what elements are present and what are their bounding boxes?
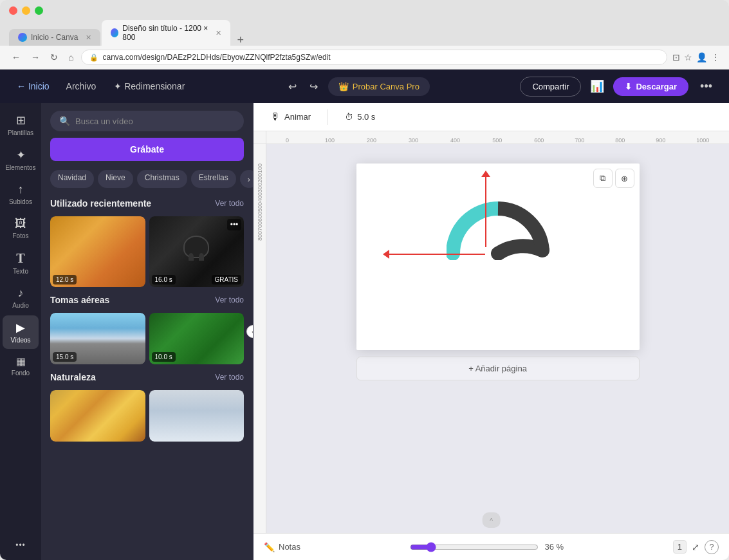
sidebar-item-audio[interactable]: ♪ Audio xyxy=(3,281,39,314)
sidebar-item-plantillas[interactable]: ⊞ Plantillas xyxy=(3,108,39,142)
topbar-right: Compartir 📊 ⬇ Descargar ••• xyxy=(520,75,719,97)
search-input[interactable] xyxy=(75,117,235,126)
tab-label-design: Diseño sin título - 1200 × 800 xyxy=(122,24,208,42)
page-indicator: 1 xyxy=(673,540,687,554)
see-all-nature[interactable]: Ver todo xyxy=(215,373,244,382)
video-duration-leaves: 10.0 s xyxy=(152,352,176,362)
browser-tab-canva-home[interactable]: Inicio - Canva ✕ xyxy=(9,29,100,46)
sidebar-item-texto[interactable]: T Texto xyxy=(3,246,39,280)
tag-chip-christmas[interactable]: Christmas xyxy=(137,170,187,188)
topbar-resize-button[interactable]: ✦ Redimensionar xyxy=(106,77,192,95)
add-canvas-button[interactable]: ⊕ xyxy=(615,169,634,188)
more-options-button[interactable]: ••• xyxy=(694,76,719,97)
ruler-tick-0: 0 xyxy=(286,137,289,144)
video-grid-aerial: 15.0 s 10.0 s xyxy=(41,309,253,368)
record-button[interactable]: Grábate xyxy=(50,138,244,161)
extensions-button[interactable]: ⊡ xyxy=(672,52,680,62)
video-thumb-cat-black[interactable]: ••• 16.0 s GRATIS xyxy=(149,216,245,287)
video-thumb-leaves[interactable]: 10.0 s xyxy=(149,313,245,364)
time-display-button[interactable]: ⏱ 5.0 s xyxy=(338,108,382,126)
share-button[interactable]: Compartir xyxy=(520,77,581,97)
sidebar-item-videos[interactable]: ▶ Vídeos xyxy=(3,315,39,349)
new-tab-button[interactable]: + xyxy=(232,34,249,46)
design-canvas[interactable]: ⧉ ⊕ xyxy=(356,163,640,350)
browser-titlebar: Inicio - Canva ✕ Diseño sin título - 120… xyxy=(0,0,729,46)
sidebar-item-elementos[interactable]: ✦ Elementos xyxy=(3,143,39,176)
download-button[interactable]: ⬇ Descargar xyxy=(613,77,688,96)
arrow-left-container xyxy=(389,254,485,255)
undo-button[interactable]: ↩ xyxy=(283,78,302,95)
home-button[interactable]: ⌂ xyxy=(66,51,76,64)
tab-label-home: Inicio - Canva xyxy=(31,33,78,42)
ruler-left: 100 200 300 400 500 600 700 800 xyxy=(254,144,266,533)
videos-icon: ▶ xyxy=(16,321,25,335)
section-title-aerial: Tomas aéreas xyxy=(50,295,109,305)
sidebar-item-fondo[interactable]: ▦ Fondo xyxy=(3,350,39,382)
topbar-home-button[interactable]: ← Inicio xyxy=(10,77,56,95)
templates-icon: ⊞ xyxy=(16,113,26,127)
tab-close-design[interactable]: ✕ xyxy=(216,29,221,37)
section-title-recent: Utilizado recientemente xyxy=(50,198,151,209)
sidebar-item-fotos[interactable]: 🖼 Fotos xyxy=(3,212,39,245)
browser-tab-design[interactable]: Diseño sin título - 1200 × 800 ✕ xyxy=(102,20,230,46)
video-menu-btn-cat-black[interactable]: ••• xyxy=(227,219,241,230)
lock-icon: 🔒 xyxy=(89,53,98,62)
video-thumb-bridge[interactable]: 15.0 s xyxy=(50,313,145,364)
add-page-button[interactable]: + Añadir página xyxy=(356,357,640,380)
tag-chip-estrellas[interactable]: Estrellas xyxy=(191,170,236,188)
topbar-archive-button[interactable]: Archivo xyxy=(59,77,104,95)
video-thumb-cat-orange[interactable]: 12.0 s xyxy=(50,216,145,287)
video-thumb-autumn[interactable] xyxy=(50,390,145,442)
ruler-tick-500: 500 xyxy=(492,137,502,144)
analytics-button[interactable]: 📊 xyxy=(586,75,608,97)
duplicate-canvas-button[interactable]: ⧉ xyxy=(593,169,613,188)
tag-chip-nieve[interactable]: Nieve xyxy=(98,170,133,188)
fullscreen-button[interactable]: ⤢ xyxy=(692,542,699,552)
ruler-tick-600: 600 xyxy=(534,137,544,144)
help-button[interactable]: ? xyxy=(705,540,719,554)
forward-button[interactable]: → xyxy=(28,51,42,64)
bookmark-button[interactable]: ☆ xyxy=(684,52,692,62)
profile-button[interactable]: 👤 xyxy=(696,52,707,62)
minimize-traffic-light[interactable] xyxy=(22,6,30,15)
topbar-center: ↩ ↪ 👑 Probar Canva Pro xyxy=(195,77,517,96)
see-all-aerial[interactable]: Ver todo xyxy=(215,295,244,304)
ruler-tick-200: 200 xyxy=(367,137,376,144)
ruler-tick-700: 700 xyxy=(575,137,584,144)
pro-trial-button[interactable]: 👑 Probar Canva Pro xyxy=(328,77,430,96)
crown-icon: 👑 xyxy=(338,82,349,91)
app-body: ⊞ Plantillas ✦ Elementos ↑ Subidos 🖼 Fot… xyxy=(0,103,729,560)
zoom-value: 36 % xyxy=(545,542,564,552)
tab-favicon-design xyxy=(111,28,118,37)
sidebar-item-subidos[interactable]: ↑ Subidos xyxy=(3,178,39,210)
tag-chip-navidad[interactable]: Navidad xyxy=(50,170,94,188)
elements-icon: ✦ xyxy=(16,148,26,162)
bottom-right-controls: 1 ⤢ ? xyxy=(673,540,719,554)
sidebar-item-more[interactable]: ••• xyxy=(3,536,39,555)
app-topbar: ← Inicio Archivo ✦ Redimensionar ↩ ↪ 👑 P… xyxy=(0,70,729,103)
notes-button[interactable]: ✏️ Notas xyxy=(264,542,300,552)
menu-button[interactable]: ⋮ xyxy=(711,52,720,62)
maximize-traffic-light[interactable] xyxy=(35,6,43,15)
traffic-lights xyxy=(9,6,720,15)
tab-favicon-home xyxy=(18,33,27,42)
canvas-scroll[interactable]: ⧉ ⊕ xyxy=(266,144,729,533)
sidebar-icons: ⊞ Plantillas ✦ Elementos ↑ Subidos 🖼 Fot… xyxy=(0,103,41,560)
tags-arrow-button[interactable]: › xyxy=(240,170,253,188)
videos-panel: 🔍 Grábate Navidad Nieve Christmas Estrel… xyxy=(41,103,254,560)
close-traffic-light[interactable] xyxy=(9,6,17,15)
redo-button[interactable]: ↪ xyxy=(304,78,323,95)
text-icon: T xyxy=(16,251,24,266)
browser-actions: ⊡ ☆ 👤 ⋮ xyxy=(672,52,720,62)
video-thumb-mist[interactable] xyxy=(149,390,245,442)
reload-button[interactable]: ↻ xyxy=(48,51,60,64)
see-all-recent[interactable]: Ver todo xyxy=(215,199,244,208)
notes-icon: ✏️ xyxy=(264,542,275,552)
canvas-with-rulers: 0 100 200 300 400 500 600 700 800 900 10… xyxy=(254,131,729,533)
address-bar[interactable]: 🔒 canva.com/design/DAEzP2LDHds/EbyowZZNQ… xyxy=(81,50,667,65)
zoom-slider[interactable] xyxy=(410,542,539,552)
back-button[interactable]: ← xyxy=(9,51,23,64)
toolbar-divider xyxy=(328,109,328,125)
tab-close-home[interactable]: ✕ xyxy=(86,33,91,42)
animate-button[interactable]: 🎙 Animar xyxy=(264,107,317,127)
